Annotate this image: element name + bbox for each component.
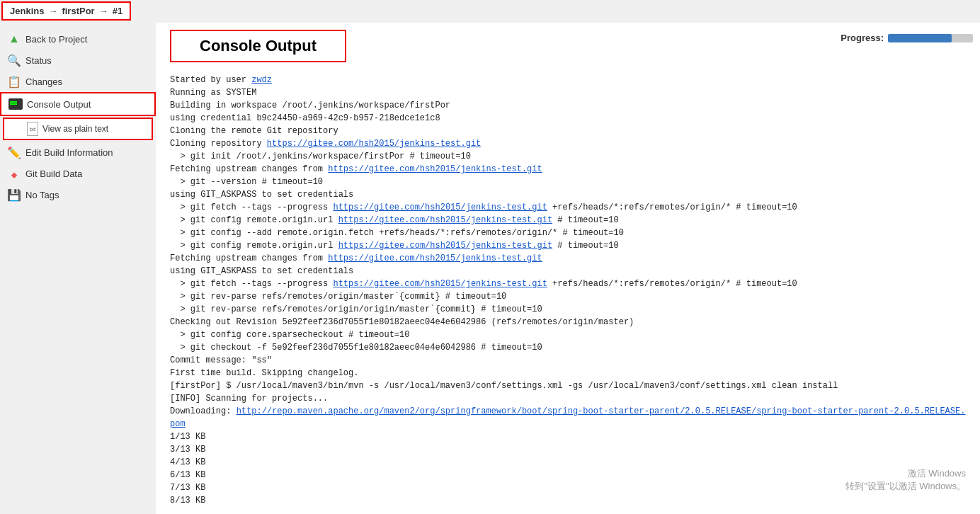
arrow-up-icon: ▲: [7, 32, 21, 46]
console-link[interactable]: zwdz: [251, 75, 272, 85]
save-icon: 💾: [7, 188, 21, 202]
sidebar-item-edit-build-info[interactable]: ✏️ Edit Build Information: [0, 142, 156, 163]
sidebar-console-label: Console Output: [27, 99, 91, 110]
progress-label: Progress:: [841, 33, 884, 43]
progress-area: Progress:: [841, 33, 973, 43]
sidebar-item-console-output[interactable]: Console Output: [0, 92, 156, 116]
txt-icon: txt: [27, 122, 38, 136]
sidebar-item-back-to-project[interactable]: ▲ Back to Project: [0, 28, 156, 50]
changes-icon: 📋: [7, 74, 21, 88]
sidebar-item-status[interactable]: 🔍 Status: [0, 50, 156, 71]
edit-icon: ✏️: [7, 145, 21, 159]
search-icon: 🔍: [7, 53, 21, 67]
sidebar-item-view-plain-text[interactable]: txt View as plain text: [3, 118, 153, 140]
console-log: Started by user zwdz Running as SYSTEM B…: [170, 74, 966, 507]
sidebar-edit-label: Edit Build Information: [25, 147, 113, 158]
breadcrumb-firstpor[interactable]: firstPor: [62, 6, 94, 16]
sidebar-no-tags-label: No Tags: [25, 190, 59, 200]
console-link[interactable]: https://gitee.com/hsh2015/jenkins-test.g…: [328, 164, 542, 174]
sidebar-status-label: Status: [25, 55, 52, 66]
sidebar-plain-text-label: View as plain text: [42, 124, 108, 134]
console-link[interactable]: https://gitee.com/hsh2015/jenkins-test.g…: [333, 202, 547, 212]
console-output-title-box: Console Output: [170, 30, 346, 62]
main-content: Progress: Console Output Started by user…: [156, 23, 980, 514]
console-output-title: Console Output: [200, 37, 317, 55]
sidebar-item-git-build-data[interactable]: ⬥ Git Build Data: [0, 163, 156, 184]
console-link[interactable]: https://gitee.com/hsh2015/jenkins-test.g…: [338, 241, 552, 251]
console-link[interactable]: https://gitee.com/hsh2015/jenkins-test.g…: [267, 139, 481, 149]
console-link[interactable]: https://gitee.com/hsh2015/jenkins-test.g…: [328, 253, 542, 263]
breadcrumb: Jenkins → firstPor → #1: [1, 1, 131, 21]
breadcrumb-sep-1: →: [48, 6, 57, 16]
sidebar-item-changes[interactable]: 📋 Changes: [0, 71, 156, 92]
sidebar-changes-label: Changes: [25, 76, 62, 87]
console-icon: [8, 97, 23, 111]
breadcrumb-build-num[interactable]: #1: [113, 6, 122, 16]
console-link[interactable]: https://gitee.com/hsh2015/jenkins-test.g…: [338, 215, 552, 225]
sidebar-git-label: Git Build Data: [25, 169, 82, 179]
progress-bar-fill: [888, 34, 952, 42]
console-link[interactable]: https://gitee.com/hsh2015/jenkins-test.g…: [333, 279, 547, 289]
git-icon: ⬥: [7, 166, 21, 181]
sidebar-back-label: Back to Project: [25, 34, 87, 45]
breadcrumb-sep-2: →: [99, 6, 108, 16]
console-link[interactable]: http://repo.maven.apache.org/maven2/org/…: [170, 406, 965, 429]
sidebar: ▲ Back to Project 🔍 Status 📋 Changes Con…: [0, 23, 156, 514]
progress-bar: [888, 34, 973, 42]
breadcrumb-jenkins[interactable]: Jenkins: [10, 6, 44, 16]
sidebar-item-no-tags[interactable]: 💾 No Tags: [0, 184, 156, 205]
